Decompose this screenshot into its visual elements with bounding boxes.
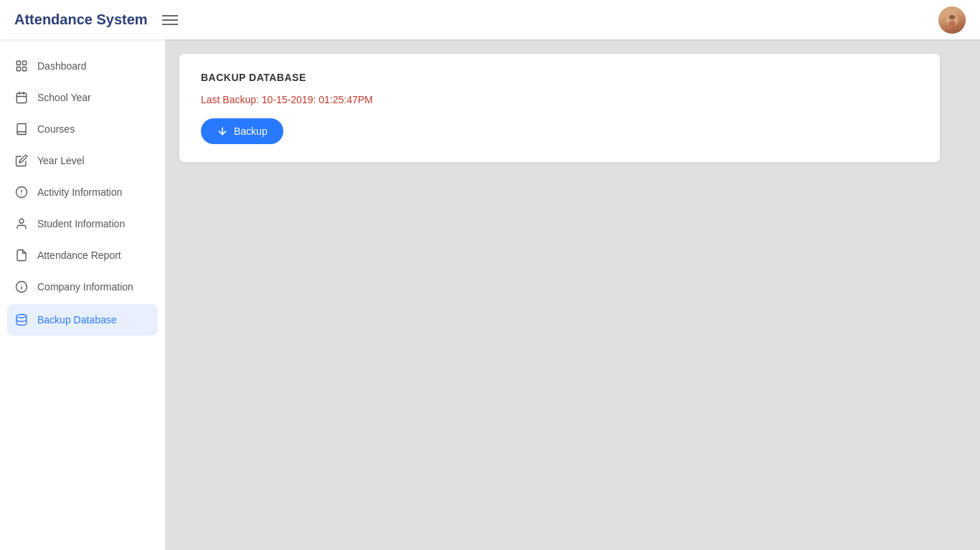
backup-database-card: BACKUP DATABASE Last Backup: 10-15-2019:… xyxy=(179,54,940,162)
document-icon xyxy=(14,248,29,262)
sidebar-item-label: Activity Information xyxy=(37,186,122,198)
sidebar-item-school-year[interactable]: School Year xyxy=(0,82,165,113)
user-avatar[interactable] xyxy=(938,6,966,34)
sidebar-item-backup-database[interactable]: Backup Database xyxy=(7,304,158,336)
database-icon xyxy=(14,313,29,327)
last-backup-info: Last Backup: 10-15-2019: 01:25:47PM xyxy=(201,94,918,105)
sidebar-item-dashboard[interactable]: Dashboard xyxy=(0,50,165,82)
sidebar-item-label: Company Information xyxy=(37,281,133,293)
backup-button-label: Backup xyxy=(234,125,268,137)
sidebar-item-label: Courses xyxy=(37,123,75,135)
info-icon xyxy=(14,280,29,294)
sidebar-item-label: Student Information xyxy=(37,218,125,229)
svg-rect-5 xyxy=(23,61,27,65)
info-circle-icon xyxy=(14,185,29,199)
svg-rect-4 xyxy=(17,61,20,65)
sidebar-item-label: Dashboard xyxy=(37,60,87,72)
last-backup-label: Last Backup: xyxy=(201,94,262,105)
svg-rect-7 xyxy=(23,67,27,71)
backup-button[interactable]: Backup xyxy=(201,118,283,144)
hamburger-menu-icon[interactable] xyxy=(162,15,178,25)
avatar-image xyxy=(938,6,966,34)
svg-point-15 xyxy=(19,219,24,223)
calendar-icon xyxy=(14,90,29,105)
sidebar: Dashboard School Year Courses Year Level xyxy=(0,39,165,550)
svg-rect-8 xyxy=(17,93,27,103)
sidebar-item-label: Attendance Report xyxy=(37,250,121,261)
main-content: BACKUP DATABASE Last Backup: 10-15-2019:… xyxy=(165,39,980,550)
svg-point-19 xyxy=(17,315,27,318)
header-left: Attendance System xyxy=(14,11,178,28)
sidebar-item-label: School Year xyxy=(37,92,91,103)
app-title: Attendance System xyxy=(14,11,148,28)
last-backup-value: 10-15-2019: 01:25:47PM xyxy=(262,94,373,105)
header: Attendance System xyxy=(0,0,980,39)
book-icon xyxy=(14,122,29,136)
sidebar-item-label: Year Level xyxy=(37,155,85,166)
sidebar-item-student-information[interactable]: Student Information xyxy=(0,208,165,240)
sidebar-item-activity-information[interactable]: Activity Information xyxy=(0,176,165,208)
sidebar-item-courses[interactable]: Courses xyxy=(0,113,165,145)
svg-rect-6 xyxy=(17,67,20,71)
layout: Dashboard School Year Courses Year Level xyxy=(0,39,980,550)
sidebar-item-attendance-report[interactable]: Attendance Report xyxy=(0,240,165,271)
person-icon xyxy=(14,217,29,231)
card-title: BACKUP DATABASE xyxy=(201,72,918,83)
sidebar-item-company-information[interactable]: Company Information xyxy=(0,271,165,303)
sidebar-item-label: Backup Database xyxy=(37,314,117,326)
pencil-icon xyxy=(14,153,29,168)
sidebar-item-year-level[interactable]: Year Level xyxy=(0,145,165,176)
svg-point-2 xyxy=(948,21,956,27)
dashboard-icon xyxy=(14,59,29,73)
